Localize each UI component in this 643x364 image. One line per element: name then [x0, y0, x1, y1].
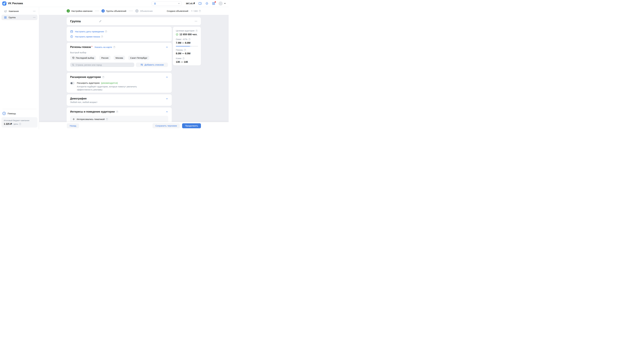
step-label: Настройка кампании: [71, 10, 92, 12]
step-connector: [95, 11, 99, 11]
chip-label: Россия: [101, 57, 108, 59]
services-badge-dot: [215, 1, 216, 2]
map-link[interactable]: Указать на карте: [94, 46, 112, 48]
campaign-menu-button[interactable]: [33, 10, 36, 12]
created-ads-counter: Создано объявлений · 7 / 300 ?: [167, 7, 201, 15]
sidebar-item-group[interactable]: Группа: [2, 15, 38, 20]
quick-select-label: Быстрый выбор: [70, 51, 168, 54]
profile-menu-button[interactable]: [224, 2, 226, 4]
help-icon: ?: [3, 112, 6, 115]
time-help-icon[interactable]: ?: [101, 36, 103, 38]
regions-help-icon[interactable]: ?: [113, 46, 115, 48]
wallet-button[interactable]: [198, 2, 202, 5]
chevron-down-icon: [178, 2, 180, 4]
group-card-menu-button[interactable]: [194, 20, 197, 22]
clock-icon: [70, 35, 73, 38]
chevron-up-icon: [166, 46, 168, 48]
demography-subtitle: Любой пол, любой возраст: [70, 101, 168, 104]
content-area: Группа Настроить даты проведения ?: [39, 15, 229, 122]
stepper-bar: Настройка кампании 2 Группы объявлений 3…: [39, 7, 229, 15]
save-draft-button[interactable]: Сохранить черновик: [152, 123, 180, 128]
services-button[interactable]: [212, 2, 215, 5]
group-menu-button[interactable]: [33, 16, 36, 18]
required-mark: *: [91, 46, 92, 48]
topbar: VK Реклама 387,41 ₽: [0, 0, 229, 7]
add-list-label: Добавить списком: [144, 64, 164, 66]
setup-dates-row: Настроить даты проведения ?: [70, 29, 168, 34]
region-chips: Последний выбор Россия Москва Санкт-Пете…: [70, 56, 168, 60]
expansion-title: Расширение аудитории: [70, 76, 101, 78]
main-area: Настройка кампании 2 Группы объявлений 3…: [39, 7, 229, 130]
step-campaign-settings[interactable]: Настройка кампании: [67, 9, 92, 12]
reach-bar-solid: [176, 46, 190, 46]
balance: 387,41 ₽: [186, 2, 195, 5]
chip-label: Москва: [116, 57, 123, 59]
created-ads-help-icon[interactable]: ?: [199, 10, 201, 12]
interests-card: Интересы и поведение аудитории ? Интерес…: [67, 108, 172, 122]
created-ads-label: Создано объявлений: [167, 10, 188, 12]
add-list-button[interactable]: Добавить списком: [136, 62, 168, 67]
chip-moscow[interactable]: Москва: [114, 56, 125, 60]
budget-card: Итоговый бюджет кампании 1 225 ₽ / день …: [2, 117, 38, 128]
help-button[interactable]: ? Помощь: [0, 111, 39, 116]
demography-expand-button[interactable]: [166, 98, 168, 100]
topbar-right: 387,41 ₽: [152, 1, 226, 6]
chevron-up-icon: [166, 76, 168, 78]
list-plus-icon: [140, 63, 143, 66]
reach-bar-light: [190, 46, 191, 46]
budget-title: Итоговый бюджет кампании: [4, 120, 35, 122]
setup-dates-link[interactable]: Настроить даты проведения: [75, 30, 104, 33]
sidebar-item-label: Кампания: [9, 10, 19, 12]
interested-in-topic-row[interactable]: Интересовались тематикой ?: [70, 116, 168, 122]
budget-info-icon[interactable]: i: [19, 123, 21, 125]
chip-label: Санкт-Петербург: [130, 57, 147, 59]
step-ad-groups[interactable]: 2 Группы объявлений: [101, 9, 126, 12]
edit-group-name-button[interactable]: [99, 20, 102, 22]
setup-time-link[interactable]: Настроить время показа: [75, 36, 100, 38]
created-ads-count: 7 / 300: [191, 10, 198, 12]
step-ads[interactable]: 3 Объявления: [135, 9, 153, 12]
footer-bar: Назад Сохранить черновик Продолжить: [39, 122, 229, 130]
demography-title: Демография: [70, 97, 87, 100]
region-search-input[interactable]: [76, 64, 133, 66]
expansion-help-icon[interactable]: ?: [102, 76, 104, 78]
continue-button[interactable]: Продолжить: [182, 123, 201, 128]
sidebar-bottom: ? Помощь Итоговый бюджет кампании 1 225 …: [0, 109, 39, 128]
notifications-button[interactable]: [205, 2, 209, 5]
region-search-box: [70, 62, 134, 67]
audience-help-icon[interactable]: ?: [195, 30, 198, 32]
avatar[interactable]: [219, 2, 223, 6]
account-dropdown[interactable]: [152, 1, 181, 6]
chevron-up-icon: [166, 110, 168, 113]
expand-audience-toggle[interactable]: [70, 82, 75, 84]
dates-help-icon[interactable]: ?: [105, 30, 107, 32]
chip-last-selection[interactable]: Последний выбор: [70, 56, 96, 60]
interests-collapse-button[interactable]: [166, 110, 168, 113]
help-label: Помощь: [8, 112, 16, 115]
clicks-label: Клики: [176, 57, 181, 60]
impressions-help-icon[interactable]: ?: [184, 49, 186, 51]
clicks-help-icon[interactable]: ?: [182, 57, 184, 60]
expansion-collapse-button[interactable]: [166, 76, 168, 78]
interests-help-icon[interactable]: ?: [116, 111, 118, 113]
chip-spb[interactable]: Санкт-Петербург: [128, 56, 149, 60]
person-icon: [154, 2, 156, 5]
regions-card: Регионы показа * Указать на карте ? Быст…: [67, 43, 172, 71]
reach-progress-bar: [176, 46, 198, 46]
vk-ads-logo-icon: [2, 2, 7, 6]
step-number: 2: [101, 9, 105, 12]
sidebar-item-campaign[interactable]: Кампания: [2, 8, 38, 14]
back-button[interactable]: Назад: [67, 123, 79, 128]
history-icon: [72, 57, 75, 59]
chip-russia[interactable]: Россия: [99, 56, 110, 60]
sidebar-item-label: Группа: [9, 16, 16, 19]
setup-time-row: Настроить время показа ?: [70, 34, 168, 39]
regions-collapse-button[interactable]: [166, 46, 168, 48]
forecast-panel: Целевая аудитория ? 12 659 000 чел. Охва…: [173, 27, 201, 65]
reach-help-icon[interactable]: ?: [188, 38, 190, 40]
interest-help-icon[interactable]: ?: [106, 118, 108, 120]
clicks-value: 13К — 14К: [176, 60, 198, 63]
reach-value: 7.9M — 8.8M: [176, 42, 198, 44]
step-done-check-icon: [67, 9, 70, 12]
impressions-value: 8.0M — 8.9M: [176, 52, 198, 55]
